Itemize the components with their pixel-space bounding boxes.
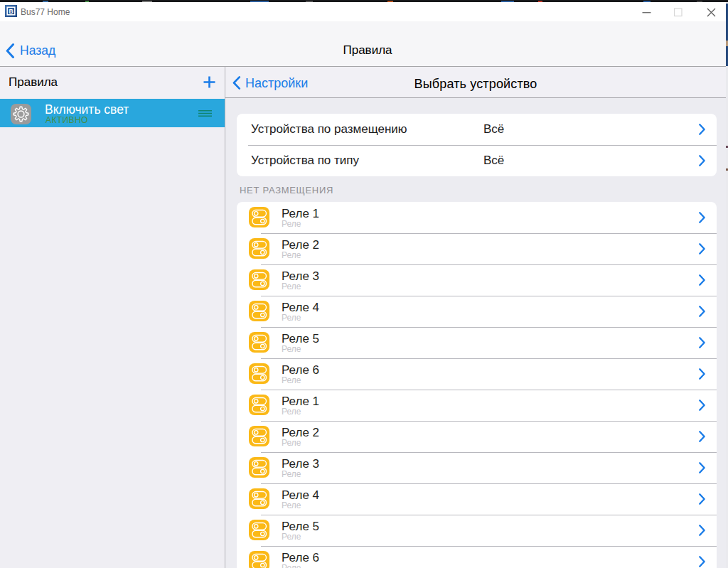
svg-text:B: B [9, 8, 13, 15]
